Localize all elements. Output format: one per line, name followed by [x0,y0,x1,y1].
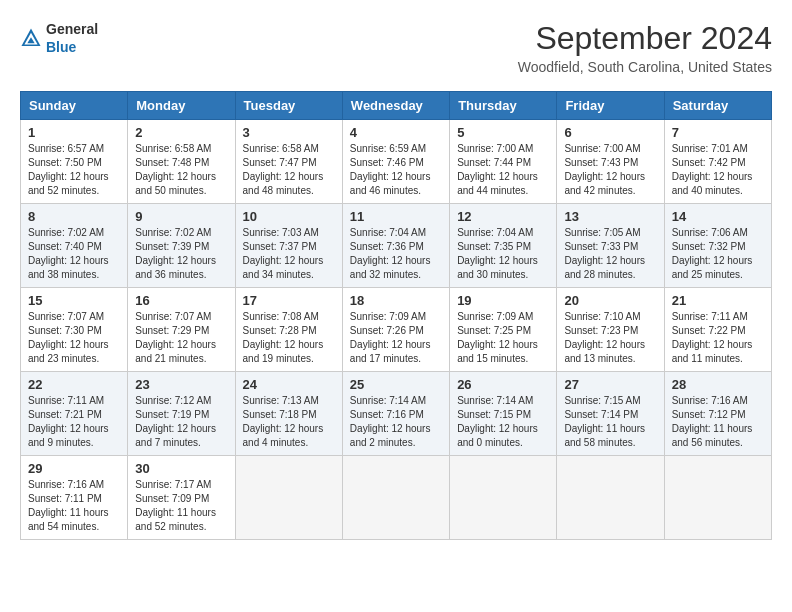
day-number: 15 [28,293,120,308]
day-detail: Sunrise: 7:09 AMSunset: 7:26 PMDaylight:… [350,311,431,364]
calendar-day-cell: 19 Sunrise: 7:09 AMSunset: 7:25 PMDaylig… [450,288,557,372]
calendar-day-cell [450,456,557,540]
calendar-day-cell [557,456,664,540]
calendar-day-cell: 5 Sunrise: 7:00 AMSunset: 7:44 PMDayligh… [450,120,557,204]
day-number: 4 [350,125,442,140]
column-header-monday: Monday [128,92,235,120]
day-number: 10 [243,209,335,224]
day-detail: Sunrise: 7:02 AMSunset: 7:40 PMDaylight:… [28,227,109,280]
calendar-table: SundayMondayTuesdayWednesdayThursdayFrid… [20,91,772,540]
column-header-wednesday: Wednesday [342,92,449,120]
calendar-day-cell: 20 Sunrise: 7:10 AMSunset: 7:23 PMDaylig… [557,288,664,372]
day-number: 28 [672,377,764,392]
day-detail: Sunrise: 7:14 AMSunset: 7:15 PMDaylight:… [457,395,538,448]
day-number: 18 [350,293,442,308]
calendar-day-cell: 16 Sunrise: 7:07 AMSunset: 7:29 PMDaylig… [128,288,235,372]
day-number: 29 [28,461,120,476]
logo-icon [20,27,42,49]
column-header-friday: Friday [557,92,664,120]
day-detail: Sunrise: 7:03 AMSunset: 7:37 PMDaylight:… [243,227,324,280]
calendar-day-cell: 21 Sunrise: 7:11 AMSunset: 7:22 PMDaylig… [664,288,771,372]
day-detail: Sunrise: 7:16 AMSunset: 7:12 PMDaylight:… [672,395,753,448]
day-detail: Sunrise: 7:07 AMSunset: 7:29 PMDaylight:… [135,311,216,364]
calendar-day-cell: 29 Sunrise: 7:16 AMSunset: 7:11 PMDaylig… [21,456,128,540]
day-number: 16 [135,293,227,308]
calendar-day-cell: 13 Sunrise: 7:05 AMSunset: 7:33 PMDaylig… [557,204,664,288]
calendar-day-cell [342,456,449,540]
column-header-tuesday: Tuesday [235,92,342,120]
day-detail: Sunrise: 7:09 AMSunset: 7:25 PMDaylight:… [457,311,538,364]
day-detail: Sunrise: 7:12 AMSunset: 7:19 PMDaylight:… [135,395,216,448]
calendar-day-cell: 25 Sunrise: 7:14 AMSunset: 7:16 PMDaylig… [342,372,449,456]
calendar-week-row: 29 Sunrise: 7:16 AMSunset: 7:11 PMDaylig… [21,456,772,540]
calendar-day-cell: 24 Sunrise: 7:13 AMSunset: 7:18 PMDaylig… [235,372,342,456]
day-detail: Sunrise: 7:11 AMSunset: 7:21 PMDaylight:… [28,395,109,448]
day-number: 8 [28,209,120,224]
day-detail: Sunrise: 7:07 AMSunset: 7:30 PMDaylight:… [28,311,109,364]
calendar-day-cell: 15 Sunrise: 7:07 AMSunset: 7:30 PMDaylig… [21,288,128,372]
day-detail: Sunrise: 7:13 AMSunset: 7:18 PMDaylight:… [243,395,324,448]
day-detail: Sunrise: 7:15 AMSunset: 7:14 PMDaylight:… [564,395,645,448]
calendar-week-row: 15 Sunrise: 7:07 AMSunset: 7:30 PMDaylig… [21,288,772,372]
day-number: 6 [564,125,656,140]
calendar-day-cell: 3 Sunrise: 6:58 AMSunset: 7:47 PMDayligh… [235,120,342,204]
day-detail: Sunrise: 7:06 AMSunset: 7:32 PMDaylight:… [672,227,753,280]
calendar-day-cell: 8 Sunrise: 7:02 AMSunset: 7:40 PMDayligh… [21,204,128,288]
calendar-day-cell: 22 Sunrise: 7:11 AMSunset: 7:21 PMDaylig… [21,372,128,456]
page-header: General Blue September 2024 Woodfield, S… [20,20,772,75]
day-number: 20 [564,293,656,308]
day-number: 26 [457,377,549,392]
column-header-saturday: Saturday [664,92,771,120]
day-number: 1 [28,125,120,140]
calendar-day-cell: 30 Sunrise: 7:17 AMSunset: 7:09 PMDaylig… [128,456,235,540]
day-number: 22 [28,377,120,392]
day-detail: Sunrise: 7:00 AMSunset: 7:43 PMDaylight:… [564,143,645,196]
day-number: 14 [672,209,764,224]
day-detail: Sunrise: 6:59 AMSunset: 7:46 PMDaylight:… [350,143,431,196]
day-detail: Sunrise: 6:58 AMSunset: 7:47 PMDaylight:… [243,143,324,196]
day-detail: Sunrise: 7:05 AMSunset: 7:33 PMDaylight:… [564,227,645,280]
calendar-day-cell: 1 Sunrise: 6:57 AMSunset: 7:50 PMDayligh… [21,120,128,204]
day-number: 17 [243,293,335,308]
column-header-thursday: Thursday [450,92,557,120]
calendar-day-cell: 28 Sunrise: 7:16 AMSunset: 7:12 PMDaylig… [664,372,771,456]
day-number: 21 [672,293,764,308]
day-detail: Sunrise: 7:02 AMSunset: 7:39 PMDaylight:… [135,227,216,280]
day-detail: Sunrise: 7:14 AMSunset: 7:16 PMDaylight:… [350,395,431,448]
day-detail: Sunrise: 7:11 AMSunset: 7:22 PMDaylight:… [672,311,753,364]
day-detail: Sunrise: 7:16 AMSunset: 7:11 PMDaylight:… [28,479,109,532]
calendar-week-row: 8 Sunrise: 7:02 AMSunset: 7:40 PMDayligh… [21,204,772,288]
calendar-day-cell: 23 Sunrise: 7:12 AMSunset: 7:19 PMDaylig… [128,372,235,456]
day-number: 23 [135,377,227,392]
calendar-day-cell: 14 Sunrise: 7:06 AMSunset: 7:32 PMDaylig… [664,204,771,288]
calendar-day-cell: 27 Sunrise: 7:15 AMSunset: 7:14 PMDaylig… [557,372,664,456]
day-detail: Sunrise: 7:10 AMSunset: 7:23 PMDaylight:… [564,311,645,364]
day-number: 30 [135,461,227,476]
calendar-day-cell: 10 Sunrise: 7:03 AMSunset: 7:37 PMDaylig… [235,204,342,288]
day-detail: Sunrise: 6:58 AMSunset: 7:48 PMDaylight:… [135,143,216,196]
month-title: September 2024 [518,20,772,57]
calendar-day-cell: 26 Sunrise: 7:14 AMSunset: 7:15 PMDaylig… [450,372,557,456]
day-number: 11 [350,209,442,224]
calendar-day-cell: 12 Sunrise: 7:04 AMSunset: 7:35 PMDaylig… [450,204,557,288]
logo: General Blue [20,20,98,56]
calendar-day-cell: 6 Sunrise: 7:00 AMSunset: 7:43 PMDayligh… [557,120,664,204]
title-block: September 2024 Woodfield, South Carolina… [518,20,772,75]
calendar-day-cell [664,456,771,540]
column-header-sunday: Sunday [21,92,128,120]
day-detail: Sunrise: 6:57 AMSunset: 7:50 PMDaylight:… [28,143,109,196]
logo-blue-text: Blue [46,39,76,55]
calendar-day-cell: 17 Sunrise: 7:08 AMSunset: 7:28 PMDaylig… [235,288,342,372]
calendar-day-cell: 11 Sunrise: 7:04 AMSunset: 7:36 PMDaylig… [342,204,449,288]
day-number: 3 [243,125,335,140]
day-detail: Sunrise: 7:01 AMSunset: 7:42 PMDaylight:… [672,143,753,196]
day-number: 27 [564,377,656,392]
day-number: 2 [135,125,227,140]
calendar-day-cell: 7 Sunrise: 7:01 AMSunset: 7:42 PMDayligh… [664,120,771,204]
day-number: 25 [350,377,442,392]
day-number: 24 [243,377,335,392]
day-detail: Sunrise: 7:17 AMSunset: 7:09 PMDaylight:… [135,479,216,532]
day-detail: Sunrise: 7:04 AMSunset: 7:36 PMDaylight:… [350,227,431,280]
day-number: 7 [672,125,764,140]
location-text: Woodfield, South Carolina, United States [518,59,772,75]
